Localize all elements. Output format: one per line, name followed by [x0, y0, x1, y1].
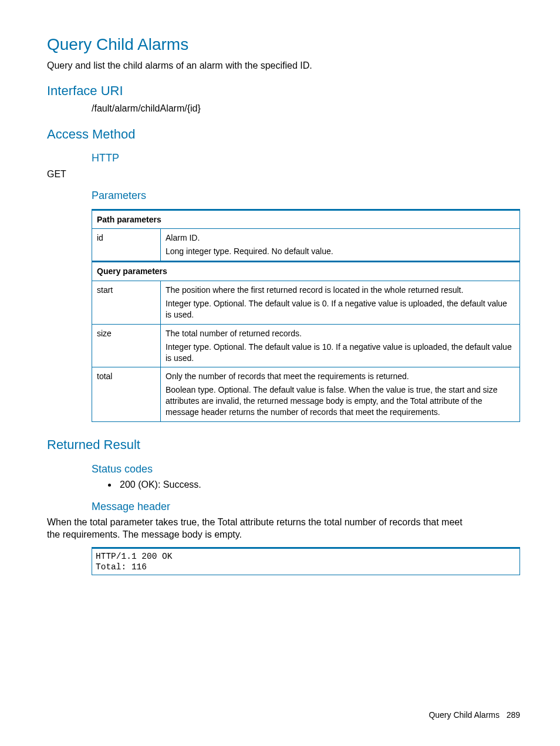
param-desc-line: The total number of returned records. [166, 328, 515, 339]
table-row: size The total number of returned record… [92, 324, 520, 367]
param-name: start [92, 281, 161, 325]
param-desc-line: Alarm ID. [166, 232, 515, 244]
interface-uri-value: /fault/alarm/childAlarm/{id} [92, 102, 520, 115]
http-heading: HTTP [92, 151, 520, 165]
page: Query Child Alarms Query and list the ch… [0, 0, 560, 746]
http-value: GET [47, 168, 520, 181]
param-desc-line: Integer type. Optional. The default valu… [166, 298, 515, 320]
status-codes-heading: Status codes [92, 462, 520, 476]
interface-uri-heading: Interface URI [47, 82, 520, 100]
message-header-text: When the total parameter takes true, the… [47, 516, 475, 541]
page-title: Query Child Alarms [47, 33, 520, 56]
param-desc-line: Integer type. Optional. The default valu… [166, 342, 515, 364]
table-row: id Alarm ID. Long integer type. Required… [92, 229, 520, 262]
parameters-heading: Parameters [92, 188, 520, 202]
table-row: total Only the number of records that me… [92, 367, 520, 422]
param-desc-line: The position where the first returned re… [166, 285, 515, 296]
status-codes-list: 200 (OK): Success. [92, 478, 520, 491]
message-header-heading: Message header [92, 499, 520, 514]
page-footer: Query Child Alarms 289 [429, 710, 520, 721]
param-desc-line: Only the number of records that meet the… [166, 371, 515, 382]
list-item: 200 (OK): Success. [117, 478, 520, 491]
param-desc: Alarm ID. Long integer type. Required. N… [161, 229, 520, 262]
table-row: Path parameters [92, 210, 520, 229]
param-desc: The total number of returned records. In… [161, 324, 520, 367]
access-method-heading: Access Method [47, 126, 520, 143]
footer-page-number: 289 [507, 710, 520, 720]
param-desc: The position where the first returned re… [161, 281, 520, 325]
parameters-table: Path parameters id Alarm ID. Long intege… [92, 209, 520, 422]
table-row: start The position where the first retur… [92, 281, 520, 325]
intro-text: Query and list the child alarms of an al… [47, 59, 520, 72]
param-desc: Only the number of records that meet the… [161, 367, 520, 422]
param-name: size [92, 324, 161, 367]
param-desc-line: Boolean type. Optional. The default valu… [166, 384, 515, 418]
param-name: id [92, 229, 161, 262]
code-block: HTTP/1.1 200 OK Total: 116 [92, 547, 520, 575]
table-row: Query parameters [92, 262, 520, 281]
param-desc-line: Long integer type. Required. No default … [166, 246, 515, 257]
query-parameters-header: Query parameters [92, 262, 520, 281]
returned-result-heading: Returned Result [47, 436, 520, 454]
param-name: total [92, 367, 161, 422]
footer-title: Query Child Alarms [429, 710, 500, 720]
path-parameters-header: Path parameters [92, 210, 520, 229]
